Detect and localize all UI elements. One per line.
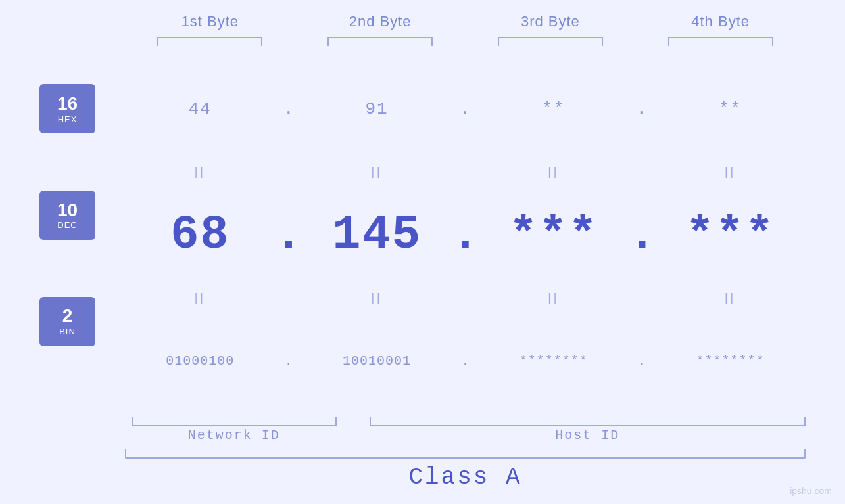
hex-b1: 44 (125, 99, 276, 119)
class-label: Class A (125, 464, 806, 491)
dec-b1: 68 (125, 208, 276, 262)
bracket-top-2 (327, 37, 433, 46)
hex-b4: ** (655, 99, 806, 119)
eq-cell-2: || (302, 165, 452, 179)
hex-sep-2: . (452, 99, 479, 119)
dec-sep-1: . (276, 208, 302, 262)
network-id-label: Network ID (125, 428, 343, 443)
id-bracket-row (125, 417, 806, 426)
class-bracket (125, 449, 806, 459)
bracket-top-1 (157, 37, 262, 46)
eq2-cell-3: || (479, 291, 629, 305)
host-id-label: Host ID (370, 428, 806, 443)
eq2-cell-4: || (655, 291, 806, 305)
dec-b3: *** (479, 208, 629, 262)
eq-cell-1: || (125, 165, 276, 179)
bin-b2: 10010001 (302, 354, 452, 369)
bin-b4: ******** (655, 354, 806, 369)
bracket-top-4 (668, 37, 773, 46)
host-bracket (370, 417, 806, 426)
eq-row-2: || || || || (125, 288, 806, 308)
hex-sep-3: . (629, 99, 655, 119)
top-bracket-row (39, 37, 806, 46)
data-grid: 44 . 91 . ** . ** (125, 56, 806, 414)
bin-b3: ******** (479, 354, 629, 369)
hex-sep-1: . (276, 99, 302, 119)
id-labels-row: Network ID Host ID (125, 428, 806, 443)
byte-label-2: 2nd Byte (295, 13, 466, 30)
byte-label-4: 4th Byte (635, 13, 806, 30)
eq2-cell-1: || (125, 291, 276, 305)
bin-badge: 2 BIN (39, 297, 95, 346)
dec-b2: 145 (302, 208, 452, 262)
hex-row: 44 . 91 . ** . ** (125, 56, 806, 162)
dec-sep-2: . (452, 208, 479, 262)
bin-sep-3: . (629, 354, 655, 369)
host-bracket-container (370, 417, 806, 426)
bracket-top-3 (498, 37, 603, 46)
base-labels: 16 HEX 10 DEC 2 BIN (39, 56, 125, 414)
hex-b3: ** (479, 99, 629, 119)
dec-badge: 10 DEC (39, 191, 95, 240)
network-bracket-container (125, 417, 343, 426)
byte-labels-row: 1st Byte 2nd Byte 3rd Byte 4th Byte (39, 13, 806, 30)
dec-b4: *** (655, 208, 806, 262)
bottom-section: Network ID Host ID Class A (39, 417, 806, 491)
byte-label-1: 1st Byte (125, 13, 295, 30)
bin-sep-1: . (276, 354, 302, 369)
eq-cell-3: || (479, 165, 629, 179)
byte-label-3: 3rd Byte (466, 13, 636, 30)
main-container: 1st Byte 2nd Byte 3rd Byte 4th Byte 16 H… (0, 0, 845, 504)
bracket-cell-2 (295, 37, 466, 46)
eq-cell-4: || (655, 165, 806, 179)
bracket-cell-1 (125, 37, 295, 46)
bin-sep-2: . (452, 354, 479, 369)
watermark: ipshu.com (790, 486, 832, 496)
bin-row: 01000100 . 10010001 . ******** . (125, 308, 806, 414)
bracket-cell-4 (635, 37, 806, 46)
eq2-cell-2: || (302, 291, 452, 305)
hex-b2: 91 (302, 99, 452, 119)
content-area: 16 HEX 10 DEC 2 BIN 44 . (39, 56, 806, 414)
bin-b1: 01000100 (125, 354, 276, 369)
dec-row: 68 . 145 . *** . *** (125, 182, 806, 288)
dec-sep-3: . (629, 208, 655, 262)
network-bracket (132, 417, 337, 426)
bracket-cell-3 (466, 37, 636, 46)
eq-row-1: || || || || (125, 162, 806, 182)
hex-badge: 16 HEX (39, 84, 95, 133)
